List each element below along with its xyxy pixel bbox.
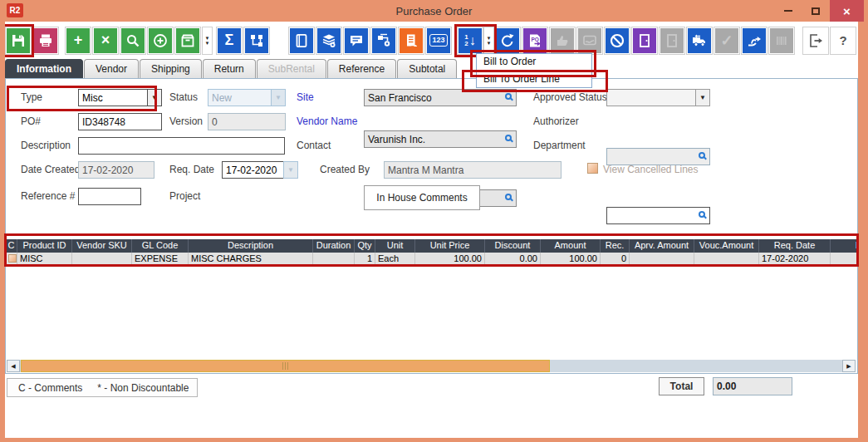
grid-col-header[interactable]: Bill To <box>831 239 857 253</box>
reference-input[interactable] <box>78 188 141 205</box>
tab-information[interactable]: Information <box>5 59 83 78</box>
tab-subtotal[interactable]: Subtotal <box>397 59 457 78</box>
scroll-right-button[interactable]: ▶ <box>842 360 856 372</box>
cancel-button[interactable] <box>604 27 630 55</box>
grid-cell[interactable] <box>630 253 694 265</box>
department-field[interactable] <box>606 207 710 224</box>
description-input[interactable] <box>78 137 285 155</box>
catalog-button[interactable] <box>288 27 315 55</box>
in-house-comments-button[interactable]: In House Comments <box>364 185 480 210</box>
vendor-name-field[interactable]: Varunish Inc. <box>364 130 517 148</box>
req-date-combobox[interactable]: 17-02-2020▼ <box>222 161 298 179</box>
grid-col-header[interactable]: GL Code <box>132 239 189 253</box>
grid-cell[interactable]: EXPENSE <box>132 253 189 265</box>
reference-field[interactable] <box>78 188 141 205</box>
grid-cell[interactable] <box>6 253 17 265</box>
grid-cell[interactable] <box>831 253 857 265</box>
more-dropdown-button[interactable]: ▼▼ <box>202 27 213 55</box>
menu-item-bill-to-order[interactable]: Bill to Order <box>477 54 591 71</box>
close-button[interactable]: × <box>830 0 864 22</box>
po-number-field[interactable] <box>78 113 162 130</box>
po-copy-button[interactable]: PO <box>522 27 548 55</box>
grid-cell[interactable]: Each <box>375 253 415 265</box>
horizontal-scrollbar[interactable]: ◀ ▶ <box>7 360 856 372</box>
tab-return[interactable]: Return <box>203 59 256 78</box>
grid-data-row[interactable]: MISCEXPENSEMISC CHARGES1Each100.000.0010… <box>6 253 857 266</box>
tab-reference[interactable]: Reference <box>327 59 396 78</box>
tab-vendor[interactable]: Vendor <box>84 59 139 78</box>
row-comment-checkbox[interactable] <box>8 254 17 263</box>
stock-view-button[interactable] <box>316 27 342 55</box>
grid-cell[interactable]: 100.00 <box>415 253 485 265</box>
pay-button[interactable] <box>576 27 603 55</box>
receive-button[interactable] <box>741 27 767 55</box>
grid-cell[interactable]: 1 <box>355 253 375 265</box>
grid-cell[interactable] <box>72 253 132 265</box>
add-button[interactable]: + <box>65 27 91 55</box>
zoom-add-button[interactable] <box>147 27 174 55</box>
help-button[interactable]: ? <box>830 27 856 55</box>
grid-cell[interactable]: MISC CHARGES <box>189 253 313 265</box>
grid-col-header[interactable]: Aprv. Amount <box>630 239 694 253</box>
maximize-button[interactable] <box>804 0 827 22</box>
search-icon[interactable] <box>505 93 512 100</box>
menu-item-bill-to-order-line[interactable]: Bill To Order Line <box>477 71 591 87</box>
grid-col-header[interactable]: Unit <box>375 239 415 253</box>
scroll-left-button[interactable]: ◀ <box>7 360 20 372</box>
save-button[interactable] <box>5 27 32 55</box>
grid-cell[interactable] <box>313 253 355 265</box>
grid-cell[interactable] <box>694 253 759 265</box>
grid-cell[interactable]: 0 <box>601 253 630 265</box>
barcode-button[interactable] <box>768 27 795 55</box>
ship-button[interactable] <box>686 27 713 55</box>
chevron-down-icon[interactable]: ▼ <box>147 89 162 106</box>
search-icon[interactable] <box>699 152 705 159</box>
numbers-button[interactable]: 123 <box>425 27 452 55</box>
search-button[interactable] <box>120 27 146 55</box>
close-po-button[interactable] <box>631 27 658 55</box>
title-bar[interactable]: R2 Purchase Order × <box>0 0 868 22</box>
sort-dropdown-button[interactable]: ▼▼ <box>483 27 494 55</box>
total-button[interactable]: Total <box>659 377 704 395</box>
comment-button[interactable] <box>343 27 370 55</box>
close-po-alt-button[interactable] <box>659 27 685 55</box>
package-button[interactable] <box>174 27 201 55</box>
approved-status-combobox[interactable]: ▼ <box>606 89 710 106</box>
grid-col-header[interactable]: Vouc.Amount <box>694 239 759 253</box>
receipt-button[interactable] <box>398 27 424 55</box>
grid-col-header[interactable]: Amount <box>541 239 601 253</box>
grid-cell[interactable]: 17-02-2020 <box>759 253 831 265</box>
search-icon[interactable] <box>505 194 512 200</box>
grid-col-header[interactable]: Unit Price <box>415 239 485 253</box>
kit-button[interactable] <box>243 27 270 55</box>
exit-button[interactable] <box>802 27 829 55</box>
minimize-button[interactable] <box>777 0 800 22</box>
scrollbar-thumb[interactable] <box>21 360 550 372</box>
grid-cell[interactable]: MISC <box>17 253 72 265</box>
sum-button[interactable]: Σ <box>216 27 243 55</box>
grid-cell[interactable]: 0.00 <box>485 253 541 265</box>
confirm-button[interactable]: ✓ <box>714 27 740 55</box>
grid-col-header[interactable]: Duration <box>313 239 355 253</box>
search-icon[interactable] <box>505 135 512 141</box>
tab-shipping[interactable]: Shipping <box>140 59 202 78</box>
grid-col-header[interactable]: Description <box>189 239 313 253</box>
delete-button[interactable]: × <box>92 27 119 55</box>
chevron-down-icon[interactable]: ▼ <box>695 89 710 106</box>
search-icon[interactable] <box>699 211 705 218</box>
approve-button[interactable] <box>549 27 576 55</box>
grid-col-header[interactable]: Discount <box>485 239 541 253</box>
grid-col-header[interactable]: Vendor SKU <box>72 239 132 253</box>
refresh-button[interactable] <box>494 27 521 55</box>
grid-col-header[interactable]: Product ID <box>17 239 72 253</box>
grid-col-header[interactable]: C <box>6 239 17 253</box>
grid-col-header[interactable]: Qty <box>355 239 375 253</box>
site-field[interactable]: San Francisco <box>364 89 517 106</box>
sort-lines-button[interactable]: 12↓ <box>457 27 483 55</box>
assembly-view-button[interactable] <box>370 27 397 55</box>
print-button[interactable] <box>32 27 59 55</box>
grid-cell[interactable]: 100.00 <box>541 253 601 265</box>
grid-col-header[interactable]: Req. Date <box>759 239 831 253</box>
grid-col-header[interactable]: Rec. <box>601 239 630 253</box>
type-combobox[interactable]: Misc▼ <box>78 89 162 106</box>
